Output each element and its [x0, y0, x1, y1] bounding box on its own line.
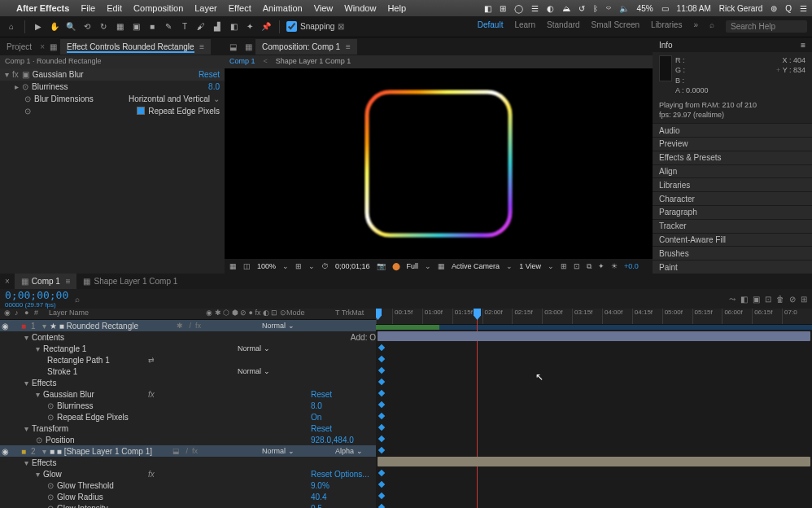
property-row[interactable]: ⊙ Position 928.0,484.0: [0, 434, 376, 445]
keyframe-icon[interactable]: [378, 356, 385, 362]
menu-layer[interactable]: Layer: [194, 3, 217, 13]
fx-visibility-icon[interactable]: ▣: [22, 70, 29, 79]
shape-tool[interactable]: ■: [146, 20, 159, 33]
menu-view[interactable]: View: [314, 3, 334, 13]
property-row[interactable]: Gaussian Blur fx Reset: [0, 388, 376, 400]
time-ruler[interactable]: 00:15f01:00f01:15f02:00f02:15f03:00f03:1…: [376, 309, 812, 325]
property-value[interactable]: Reset: [311, 390, 376, 399]
tab-lock-icon[interactable]: ×: [0, 277, 15, 286]
prop-twirl[interactable]: [24, 379, 32, 388]
workspace-libraries[interactable]: Libraries: [651, 20, 682, 33]
prop-twirl[interactable]: [24, 333, 32, 342]
timeline-tab-shape[interactable]: Shape Layer 1 Comp 1: [94, 277, 177, 286]
menu-window[interactable]: Window: [344, 3, 376, 13]
col-audio[interactable]: ♪: [15, 309, 24, 319]
res-icon[interactable]: ⊞: [295, 262, 302, 270]
tl-icon[interactable]: ◧: [740, 295, 748, 304]
panel-brushes[interactable]: Brushes: [653, 246, 812, 260]
keyframe-icon[interactable]: [378, 481, 385, 488]
tl-icon[interactable]: ▣: [753, 295, 760, 304]
property-row[interactable]: ⊙ Repeat Edge Pixels On: [0, 411, 376, 423]
hand-tool[interactable]: ✋: [48, 20, 61, 33]
tl-icon[interactable]: ⊘: [789, 295, 796, 304]
viewer-zoom[interactable]: 100%: [257, 262, 276, 270]
panel-content-aware[interactable]: Content-Aware Fill: [653, 233, 812, 247]
ruler-tick[interactable]: 06:00f: [722, 309, 752, 324]
keyframe-icon[interactable]: [378, 344, 385, 351]
ruler-tick[interactable]: 07:0: [782, 309, 812, 324]
ruler-tick[interactable]: 03:15f: [572, 309, 602, 324]
menu-animation[interactable]: Animation: [263, 3, 303, 13]
ruler-tick[interactable]: 02:15f: [512, 309, 542, 324]
snapshot-icon[interactable]: 📷: [377, 262, 386, 270]
roto-tool[interactable]: ✦: [243, 20, 256, 33]
control-center-icon[interactable]: ☰: [800, 4, 807, 13]
tray-icon[interactable]: ◐: [547, 4, 554, 13]
brush-tool[interactable]: 🖌: [194, 20, 207, 33]
layer-twirl[interactable]: [42, 447, 50, 456]
property-row[interactable]: Glow fx Reset Options...: [0, 468, 376, 480]
workspace-default[interactable]: Default: [478, 20, 504, 33]
exposure-icon[interactable]: ☀: [611, 262, 618, 270]
property-value[interactable]: 40.4: [311, 493, 376, 501]
app-name[interactable]: After Effects: [16, 3, 69, 13]
viewer-tab[interactable]: Composition: Comp 1: [262, 42, 340, 51]
spotlight-icon[interactable]: ⊚: [771, 4, 777, 13]
ruler-tick[interactable]: 02:00f: [482, 309, 513, 324]
tray-icon[interactable]: ◯: [514, 4, 523, 13]
prop-toggle[interactable]: [15, 82, 22, 91]
guides-icon[interactable]: ⊡: [574, 262, 580, 270]
zoom-tool[interactable]: 🔍: [64, 20, 77, 33]
viewer-camera[interactable]: Active Camera: [452, 262, 500, 270]
panel-paint[interactable]: Paint: [653, 260, 812, 274]
pen-tool[interactable]: ✎: [162, 20, 175, 33]
3d-icon[interactable]: ⧉: [587, 262, 592, 271]
prop-blurriness-value[interactable]: 8.0: [208, 82, 220, 91]
dropdown-icon[interactable]: ⌄: [213, 94, 220, 103]
home-icon[interactable]: ⌂: [5, 20, 18, 33]
keyframe-icon[interactable]: [378, 424, 385, 431]
property-value[interactable]: 0.5: [311, 504, 376, 509]
tl-icon[interactable]: ⤳: [729, 295, 736, 304]
tray-icon[interactable]: ⊞: [500, 4, 506, 13]
tray-icon[interactable]: ◧: [484, 4, 491, 13]
tray-icon[interactable]: ⛰: [562, 4, 570, 13]
panel-info-tab[interactable]: Info: [659, 41, 673, 50]
clock[interactable]: 11:08 AM: [677, 4, 711, 13]
layer-duration-bar[interactable]: [378, 457, 810, 466]
fx-toggle[interactable]: [5, 70, 12, 79]
stopwatch-icon[interactable]: ⊙: [47, 401, 54, 410]
dropdown-icon[interactable]: ⌄: [425, 262, 431, 270]
property-value[interactable]: 9.0%: [311, 481, 376, 490]
volume-icon[interactable]: 🔈: [619, 4, 629, 13]
property-value[interactable]: Add: O: [311, 333, 376, 342]
keyframe-icon[interactable]: [378, 401, 385, 408]
type-tool[interactable]: T: [178, 20, 191, 33]
property-row[interactable]: ⊙ Glow Threshold 9.0%: [0, 480, 376, 491]
layer-duration-bar[interactable]: [378, 331, 810, 341]
battery-percent[interactable]: 45%: [637, 4, 653, 13]
composition-viewer[interactable]: [225, 68, 653, 259]
grid-icon[interactable]: ⊞: [561, 262, 567, 270]
viewer-lock-icon[interactable]: ⬓: [225, 42, 242, 51]
menu-effect[interactable]: Effect: [229, 3, 251, 13]
panel-menu-icon[interactable]: ≡: [346, 42, 351, 51]
timeline-tracks[interactable]: 00:15f01:00f01:15f02:00f02:15f03:00f03:1…: [376, 309, 812, 508]
puppet-tool[interactable]: 📌: [260, 20, 273, 33]
fx-name[interactable]: Gaussian Blur: [33, 70, 199, 79]
panel-align[interactable]: Align: [653, 164, 812, 178]
wifi-icon[interactable]: ⌔: [606, 4, 611, 13]
ruler-tick[interactable]: 05:00f: [662, 309, 692, 324]
stopwatch-icon[interactable]: ⊙: [47, 481, 54, 490]
keyframe-icon[interactable]: [378, 447, 385, 453]
keyframe-icon[interactable]: [378, 493, 385, 499]
property-value[interactable]: On: [311, 413, 376, 422]
stopwatch-icon[interactable]: ⊙: [24, 94, 31, 103]
layer-name[interactable]: ■ ■ [Shape Layer 1 Comp 1]: [50, 447, 172, 456]
menu-composition[interactable]: Composition: [133, 3, 183, 13]
panel-audio[interactable]: Audio: [653, 123, 812, 137]
rotate-tool[interactable]: ↻: [97, 20, 110, 33]
col-av[interactable]: ◉: [0, 309, 15, 319]
property-row[interactable]: Rectangle Path 1 ⇄: [0, 354, 376, 366]
stopwatch-icon[interactable]: ⊙: [36, 436, 42, 444]
